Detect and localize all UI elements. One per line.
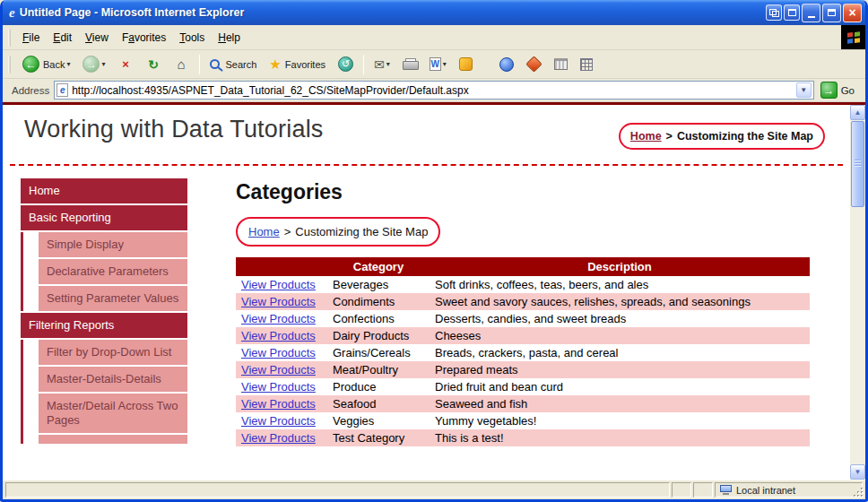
go-button[interactable]: → Go xyxy=(819,82,862,99)
maximize-icon xyxy=(828,9,836,16)
sidebar-item-master-detail-across-two-pages[interactable]: Master/Detail Across Two Pages xyxy=(39,394,187,433)
description-cell: Breads, crackers, pasta, and cereal xyxy=(430,344,810,361)
view-products-link[interactable]: View Products xyxy=(241,329,316,342)
sidebar-item-simple-display[interactable]: Simple Display xyxy=(39,232,187,257)
category-cell: Meat/Poultry xyxy=(327,361,430,378)
menu-help[interactable]: Help xyxy=(212,28,247,48)
favorites-button[interactable]: ★ Favorites xyxy=(264,53,331,76)
toolbar-drag-handle[interactable] xyxy=(8,56,11,74)
view-products-link[interactable]: View Products xyxy=(241,312,316,325)
view-products-link[interactable]: View Products xyxy=(241,278,316,291)
stop-button[interactable]: × xyxy=(113,53,139,75)
description-cell: This is a test! xyxy=(430,429,810,446)
print-button[interactable] xyxy=(397,55,422,74)
table-row: View ProductsTest CategoryThis is a test… xyxy=(236,429,810,446)
menu-edit[interactable]: Edit xyxy=(47,28,78,48)
page-viewport: Working with Data Tutorials Home > Custo… xyxy=(3,105,865,480)
toolbar-separator xyxy=(199,55,200,74)
titlebar-extra-button-1[interactable] xyxy=(766,4,782,21)
scrollbar-thumb[interactable] xyxy=(851,121,864,207)
minimize-button[interactable] xyxy=(802,4,820,22)
page-body: Working with Data Tutorials Home > Custo… xyxy=(3,105,850,480)
category-cell: Test Category xyxy=(327,429,430,446)
table-row: View ProductsDairy ProductsCheeses xyxy=(236,327,810,344)
close-button[interactable]: × xyxy=(843,4,862,22)
sidebar-item-filter-by-dropdown-list[interactable]: Filter by Drop-Down List xyxy=(39,340,187,365)
category-cell: Confections xyxy=(327,310,430,327)
resize-grip[interactable] xyxy=(851,485,864,498)
addon-button-3[interactable] xyxy=(549,55,573,74)
browser-window: e Untitled Page - Microsoft Internet Exp… xyxy=(0,0,868,502)
annotation-oval-content: Home > Customizing the Site Map xyxy=(236,217,440,247)
stop-icon: × xyxy=(118,56,134,72)
page-header: Working with Data Tutorials Home > Custo… xyxy=(3,116,850,159)
titlebar-extra-button-2[interactable] xyxy=(784,4,800,21)
addon-button-1[interactable] xyxy=(494,54,519,75)
address-input[interactable]: e http://localhost:4935/ASPNET_Data_Tuto… xyxy=(54,81,813,100)
back-button[interactable]: ← Back ▾ xyxy=(17,52,75,76)
search-button[interactable]: Search xyxy=(204,56,263,74)
addon-button-2[interactable] xyxy=(521,55,547,74)
page-icon: e xyxy=(56,83,68,97)
address-url[interactable]: http://localhost:4935/ASPNET_Data_Tutori… xyxy=(72,84,792,97)
sidebar-item-declarative-parameters[interactable]: Declarative Parameters xyxy=(39,259,187,284)
description-cell: Dried fruit and bean curd xyxy=(430,378,810,395)
search-icon xyxy=(210,59,220,69)
sidebar-item-filtering-reports[interactable]: Filtering Reports xyxy=(21,313,187,338)
view-products-link[interactable]: View Products xyxy=(241,397,316,411)
menu-favorites[interactable]: Favorites xyxy=(116,28,172,48)
history-button[interactable]: ↺ xyxy=(333,53,359,75)
refresh-button[interactable]: ↻ xyxy=(141,53,167,75)
table-row: View ProductsCondimentsSweet and savory … xyxy=(236,293,810,310)
view-products-link[interactable]: View Products xyxy=(241,295,316,308)
edit-icon: W xyxy=(430,57,441,71)
globe-icon xyxy=(499,57,514,72)
table-row: View ProductsSeafoodSeaweed and fish xyxy=(236,395,810,412)
window-title: Untitled Page - Microsoft Internet Explo… xyxy=(20,6,761,19)
titlebar[interactable]: e Untitled Page - Microsoft Internet Exp… xyxy=(3,0,865,25)
content-heading: Categories xyxy=(236,180,829,204)
menu-view[interactable]: View xyxy=(79,28,115,48)
sidebar-subgroup-filtering: Filter by Drop-Down List Master-Details-… xyxy=(21,340,187,444)
view-products-link[interactable]: View Products xyxy=(241,380,316,394)
address-dropdown-button[interactable]: ▼ xyxy=(796,82,812,98)
home-button[interactable]: ⌂ xyxy=(169,53,195,75)
sidebar-item-master-details-details[interactable]: Master-Details-Details xyxy=(39,367,187,392)
edit-button[interactable]: W ▾ xyxy=(424,54,452,74)
sidebar-item-home[interactable]: Home xyxy=(21,178,187,203)
menubar-drag-handle[interactable] xyxy=(8,29,11,47)
addon-button-4[interactable] xyxy=(575,55,598,74)
maximize-button[interactable] xyxy=(822,4,841,22)
window-controls: × xyxy=(766,4,862,22)
view-products-link[interactable]: View Products xyxy=(241,363,316,376)
sidebar-item-setting-parameter-values[interactable]: Setting Parameter Values xyxy=(39,286,187,311)
forward-button[interactable]: → ▾ xyxy=(77,52,110,76)
content-columns: Home Basic Reporting Simple Display Decl… xyxy=(3,178,850,446)
table-header-row: Category Description xyxy=(236,257,810,276)
scroll-down-button[interactable]: ▼ xyxy=(850,464,865,480)
description-cell: Soft drinks, coffees, teas, beers, and a… xyxy=(430,276,810,293)
scroll-up-button[interactable]: ▲ xyxy=(850,105,865,120)
sidebar-subgroup-basic: Simple Display Declarative Parameters Se… xyxy=(21,232,187,311)
messenger-button[interactable] xyxy=(454,54,478,74)
mail-button[interactable]: ✉ ▾ xyxy=(369,54,395,75)
table-row: View ProductsGrains/CerealsBreads, crack… xyxy=(236,344,810,361)
content-breadcrumb-home-link[interactable]: Home xyxy=(248,225,280,238)
breadcrumb-separator: > xyxy=(666,130,673,143)
forward-dropdown-icon: ▾ xyxy=(101,60,105,68)
annotation-oval-top: Home > Customizing the Site Map xyxy=(619,123,825,150)
mail-icon: ✉ xyxy=(374,57,385,72)
view-products-link[interactable]: View Products xyxy=(241,346,316,359)
status-panel-2 xyxy=(693,482,713,498)
description-cell: Seaweed and fish xyxy=(430,395,810,412)
view-products-link[interactable]: View Products xyxy=(241,414,316,428)
sidebar-item-partial[interactable] xyxy=(39,435,187,444)
sidebar-item-basic-reporting[interactable]: Basic Reporting xyxy=(21,205,187,230)
category-cell: Dairy Products xyxy=(327,327,430,344)
view-products-link[interactable]: View Products xyxy=(241,431,316,445)
menu-file[interactable]: File xyxy=(16,28,46,48)
menu-tools[interactable]: Tools xyxy=(173,28,211,48)
breadcrumb-home-link[interactable]: Home xyxy=(630,130,662,143)
menu-bar: File Edit View Favorites Tools Help xyxy=(3,25,865,50)
vertical-scrollbar[interactable]: ▲ ▼ xyxy=(850,105,865,480)
